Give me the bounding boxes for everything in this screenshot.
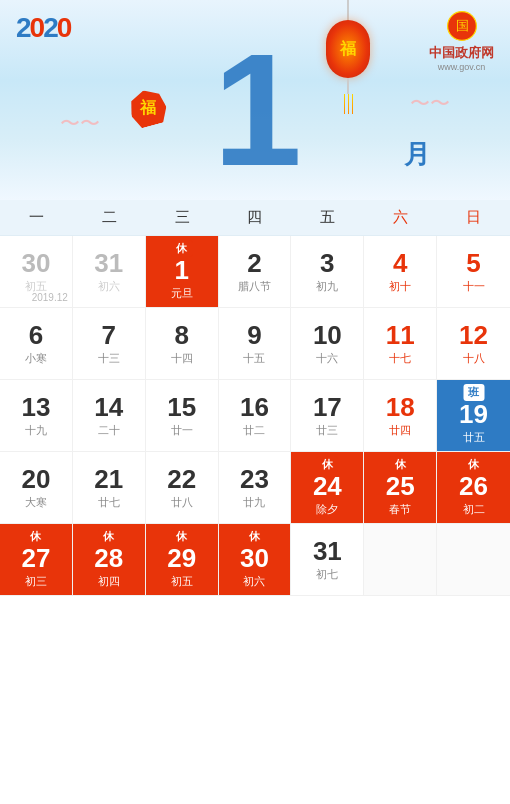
- gov-logo-area: 国 中国政府网 www.gov.cn: [429, 10, 494, 72]
- day-1: 1: [174, 256, 188, 285]
- day-3: 3: [320, 249, 334, 278]
- day-26: 26: [459, 472, 488, 501]
- cal-cell-dec31: 31 初六: [73, 236, 146, 308]
- lunar-31: 初七: [316, 567, 338, 582]
- lunar-17: 廿三: [316, 423, 338, 438]
- dow-wed: 三: [146, 200, 219, 235]
- day-6: 6: [29, 321, 43, 350]
- day-9: 9: [247, 321, 261, 350]
- lunar-25: 春节: [389, 502, 411, 517]
- lantern: 福: [326, 0, 370, 114]
- cal-cell-jan24: 休 24 除夕: [291, 452, 364, 524]
- lunar-10: 十六: [316, 351, 338, 366]
- day-10: 10: [313, 321, 342, 350]
- day-31-prev: 31: [94, 249, 123, 278]
- year-logo: 2020: [16, 12, 70, 44]
- gov-emblem-icon: 国: [446, 10, 478, 42]
- cal-cell-jan15: 15 廿一: [146, 380, 219, 452]
- svg-text:国: 国: [455, 18, 468, 33]
- day-25: 25: [386, 472, 415, 501]
- cal-cell-jan4: 4 初十: [364, 236, 437, 308]
- logo-0b: 0: [57, 12, 71, 43]
- cal-cell-jan9: 9 十五: [219, 308, 292, 380]
- lantern-string: [347, 0, 349, 20]
- cal-cell-jan19: 班 19 廿五: [437, 380, 510, 452]
- day-4: 4: [393, 249, 407, 278]
- cal-cell-jan8: 8 十四: [146, 308, 219, 380]
- lunar-24: 除夕: [316, 502, 338, 517]
- cal-cell-jan30: 休 30 初六: [219, 524, 292, 596]
- logo-2: 2: [16, 12, 30, 43]
- holiday-badge-jan1: 休: [171, 240, 192, 257]
- dow-header-row: 一 二 三 四 五 六 日: [0, 200, 510, 236]
- cal-cell-jan23: 23 廿九: [219, 452, 292, 524]
- cal-cell-jan2: 2 腊八节: [219, 236, 292, 308]
- gov-url: www.gov.cn: [438, 62, 485, 72]
- cal-cell-dec30: 30 初五 2019.12: [0, 236, 73, 308]
- lunar-2: 腊八节: [238, 279, 271, 294]
- cal-cell-jan7: 7 十三: [73, 308, 146, 380]
- day-24: 24: [313, 472, 342, 501]
- cal-cell-jan31: 31 初七: [291, 524, 364, 596]
- holiday-badge-jan26: 休: [463, 456, 484, 473]
- lunar-30: 初六: [243, 574, 265, 589]
- cal-cell-jan18: 18 廿四: [364, 380, 437, 452]
- cal-cell-jan22: 22 廿八: [146, 452, 219, 524]
- dow-mon: 一: [0, 200, 73, 235]
- cal-cell-jan20: 20 大寒: [0, 452, 73, 524]
- lunar-4: 初十: [389, 279, 411, 294]
- logo-2b: 2: [43, 12, 57, 43]
- day-17: 17: [313, 393, 342, 422]
- dow-sat: 六: [364, 200, 437, 235]
- dow-sun: 日: [437, 200, 510, 235]
- day-16: 16: [240, 393, 269, 422]
- lunar-12: 十八: [463, 351, 485, 366]
- calendar: 一 二 三 四 五 六 日 30 初五 2019.12 31 初六 休 1 元旦…: [0, 200, 510, 596]
- dow-tue: 二: [73, 200, 146, 235]
- day-7: 7: [102, 321, 116, 350]
- cal-cell-jan17: 17 廿三: [291, 380, 364, 452]
- lantern-tassel: [326, 94, 370, 114]
- lunar-8: 十四: [171, 351, 193, 366]
- day-15: 15: [167, 393, 196, 422]
- cal-cell-jan25: 休 25 春节: [364, 452, 437, 524]
- day-2: 2: [247, 249, 261, 278]
- lantern-bottom-string: [347, 78, 349, 94]
- lunar-16: 廿二: [243, 423, 265, 438]
- fu-tag: 福: [126, 86, 170, 130]
- day-5: 5: [466, 249, 480, 278]
- lunar-31-prev: 初六: [98, 279, 120, 294]
- cal-cell-jan29: 休 29 初五: [146, 524, 219, 596]
- lunar-7: 十三: [98, 351, 120, 366]
- holiday-badge-jan25: 休: [390, 456, 411, 473]
- lantern-character: 福: [340, 39, 356, 60]
- calendar-grid: 30 初五 2019.12 31 初六 休 1 元旦 2 腊八节 3 初九 4 …: [0, 236, 510, 596]
- day-22: 22: [167, 465, 196, 494]
- fu-character: 福: [140, 98, 156, 119]
- dow-fri: 五: [291, 200, 364, 235]
- month-label: 月: [404, 137, 430, 172]
- lunar-19: 廿五: [463, 430, 485, 445]
- lunar-26: 初二: [463, 502, 485, 517]
- day-30-prev: 30: [21, 249, 50, 278]
- cal-cell-jan10: 10 十六: [291, 308, 364, 380]
- day-14: 14: [94, 393, 123, 422]
- cal-cell-jan26: 休 26 初二: [437, 452, 510, 524]
- day-23: 23: [240, 465, 269, 494]
- cal-cell-empty-1: [364, 524, 437, 596]
- holiday-badge-jan27: 休: [25, 528, 46, 545]
- lunar-22: 廿八: [171, 495, 193, 510]
- cal-cell-jan28: 休 28 初四: [73, 524, 146, 596]
- cal-cell-jan3: 3 初九: [291, 236, 364, 308]
- swirl-left-decor: 〜〜: [60, 110, 100, 137]
- cal-cell-jan13: 13 十九: [0, 380, 73, 452]
- cal-cell-empty-2: [437, 524, 510, 596]
- cal-cell-jan14: 14 二十: [73, 380, 146, 452]
- cal-cell-jan1: 休 1 元旦: [146, 236, 219, 308]
- lunar-27: 初三: [25, 574, 47, 589]
- holiday-badge-jan29: 休: [171, 528, 192, 545]
- day-21: 21: [94, 465, 123, 494]
- lunar-21: 廿七: [98, 495, 120, 510]
- cal-cell-jan12: 12 十八: [437, 308, 510, 380]
- day-18: 18: [386, 393, 415, 422]
